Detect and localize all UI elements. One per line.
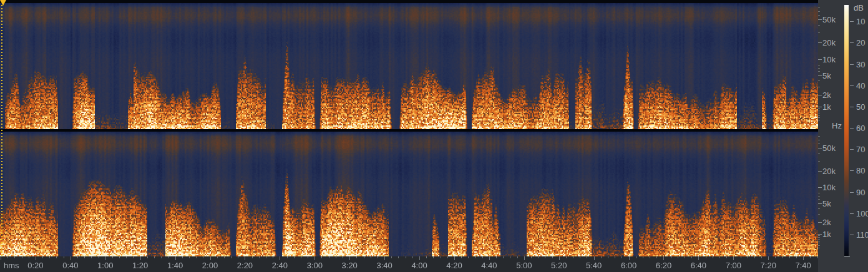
freq-minor-tick [818,153,820,154]
freq-tick [818,171,822,172]
db-tick-label: 40 [856,81,865,89]
freq-tick-label: 10k [822,56,836,64]
db-colorbar[interactable] [844,5,849,256]
freq-minor-tick [818,243,820,243]
freq-tick-label: 50k [822,144,836,152]
freq-minor-tick [818,68,820,69]
frequency-unit-label: Hz [832,121,842,130]
freq-tick-label: 5k [822,199,831,207]
freq-minor-tick [818,71,820,72]
freq-minor-tick [818,87,820,87]
freq-minor-tick [818,80,820,81]
db-tick-label: 10 [856,17,865,26]
freq-minor-tick [818,136,820,137]
db-tick [850,64,854,65]
db-tick-label: 30 [856,60,865,68]
freq-minor-tick [818,199,820,200]
freq-minor-tick [818,214,820,215]
db-tick-label: 50 [856,102,865,110]
freq-tick-label: 2k [822,218,831,226]
freq-tick [818,148,822,148]
freq-minor-tick [818,108,820,109]
freq-tick [818,75,822,76]
freq-tick-label: 2k [822,90,831,99]
db-tick [850,149,854,150]
freq-minor-tick [818,239,820,240]
db-tick-label: 60 [856,124,865,132]
db-unit-label: dB [854,3,864,12]
freq-tick-label: 20k [822,167,836,175]
db-tick [850,192,854,193]
freq-minor-tick [818,143,820,144]
db-tick [850,235,854,235]
db-tick-label: 100 [856,209,868,217]
db-tick-label: 70 [856,145,865,153]
freq-minor-tick [818,248,820,248]
freq-tick [818,222,822,223]
freq-minor-tick [818,241,820,241]
freq-minor-tick [818,140,820,140]
freq-tick [818,19,822,20]
playhead-cursor[interactable] [1,5,2,256]
playhead-marker-icon[interactable] [0,0,6,6]
freq-tick-label: 1k [822,102,831,110]
spectrogram-channel-right[interactable] [0,132,818,256]
db-tick-label: 80 [856,167,865,175]
freq-minor-tick [818,245,820,246]
freq-minor-tick [818,7,820,8]
db-tick-label: 110 [856,230,868,238]
freq-minor-tick [818,117,820,118]
freq-minor-tick [818,11,820,12]
freq-tick-label: 1k [822,230,831,238]
time-ruler[interactable] [0,256,818,272]
freq-minor-tick [818,112,820,112]
freq-tick [818,187,822,188]
freq-minor-tick [818,65,820,66]
freq-minor-tick [818,120,820,120]
freq-minor-tick [818,237,820,238]
freq-minor-tick [818,208,820,209]
freq-minor-tick [818,32,820,33]
freq-minor-tick [818,110,820,110]
db-tick [850,21,854,22]
db-tick-label: 20 [856,39,865,47]
db-tick [850,128,854,129]
freq-tick-label: 10k [822,183,836,192]
db-tick [850,107,854,107]
db-colorbar-bottom-tick [844,256,850,257]
freq-tick [818,234,822,235]
freq-tick-label: 50k [822,16,836,24]
db-tick [850,213,854,214]
freq-tick [818,203,822,204]
freq-tick-label: 5k [822,72,831,80]
freq-minor-tick [818,235,820,236]
freq-tick [818,42,822,43]
db-tick [850,170,854,171]
freq-minor-tick [818,196,820,197]
freq-tick [818,95,822,95]
freq-tick-label: 20k [822,39,836,47]
freq-minor-tick [818,25,820,26]
db-tick [850,85,854,86]
db-tick-label: 90 [856,188,865,196]
freq-minor-tick [818,193,820,193]
freq-minor-tick [818,114,820,114]
freq-tick [818,107,822,107]
freq-minor-tick [818,115,820,116]
spectrogram-editor-window: Hz 50k20k10k5k2k1k50k20k10k5k2k1k dB 102… [0,0,868,272]
spectrogram-channel-left[interactable] [0,3,818,129]
freq-minor-tick [818,161,820,162]
freq-tick [818,59,822,60]
freq-minor-tick [818,15,820,16]
db-tick [850,42,854,43]
